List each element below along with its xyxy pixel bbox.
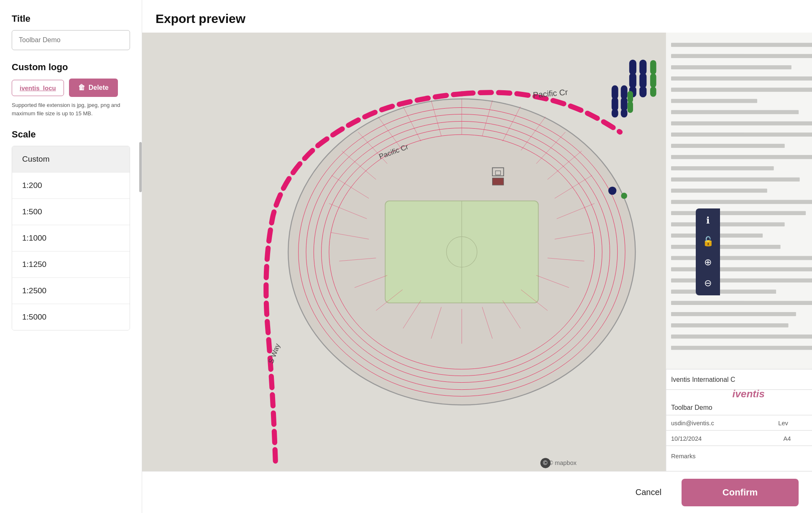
custom-logo-section: Custom logo iventis_locu 🗑 Delete Suppor… (12, 62, 130, 117)
svg-rect-67 (671, 222, 785, 226)
svg-rect-57 (671, 110, 799, 114)
title-label: Title (12, 13, 130, 24)
svg-rect-58 (671, 121, 812, 125)
svg-point-48 (608, 187, 617, 195)
svg-text:Lev: Lev (778, 420, 788, 427)
right-panel: Export preview (142, 0, 812, 513)
map-controls-sidebar: ℹ🔓⊕⊖ (696, 208, 720, 295)
svg-rect-53 (671, 65, 792, 69)
logo-filename-button[interactable]: iventis_locu (12, 80, 64, 96)
scale-label: Scale (12, 129, 130, 140)
svg-rect-69 (671, 245, 781, 249)
scale-item[interactable]: 1:500 (12, 199, 130, 225)
bottom-bar: Cancel Confirm (142, 471, 812, 513)
trash-icon: 🗑 (78, 84, 85, 92)
svg-text:Toolbar Demo: Toolbar Demo (671, 404, 712, 411)
svg-rect-55 (671, 88, 812, 92)
scale-list: Custom1:2001:5001:10001:12501:25001:5000 (12, 146, 130, 330)
scale-section: Scale Custom1:2001:5001:10001:12501:2500… (12, 129, 130, 330)
left-panel: Title Custom logo iventis_locu 🗑 Delete … (0, 0, 142, 513)
svg-rect-77 (671, 335, 812, 339)
scale-item[interactable]: 1:2500 (12, 278, 130, 304)
svg-text:©: © (543, 460, 548, 466)
svg-rect-72 (671, 278, 812, 282)
scale-item[interactable]: 1:1000 (12, 225, 130, 251)
svg-rect-73 (671, 290, 776, 294)
svg-rect-94 (493, 178, 504, 185)
delete-button[interactable]: 🗑 Delete (69, 79, 118, 97)
export-title: Export preview (142, 0, 812, 33)
scale-item[interactable]: 1:5000 (12, 304, 130, 330)
svg-rect-76 (671, 323, 789, 328)
svg-rect-62 (671, 166, 774, 170)
svg-rect-65 (671, 200, 812, 204)
scale-item[interactable]: Custom (12, 146, 130, 173)
svg-rect-75 (671, 312, 796, 316)
cancel-button[interactable]: Cancel (626, 483, 672, 502)
svg-rect-59 (671, 132, 812, 137)
svg-rect-70 (671, 256, 812, 260)
svg-rect-63 (671, 178, 800, 182)
svg-text:Remarks: Remarks (671, 453, 696, 460)
scale-item[interactable]: 1:1250 (12, 251, 130, 278)
svg-rect-60 (671, 144, 785, 148)
svg-rect-74 (671, 301, 812, 305)
info-icon[interactable]: ℹ (698, 211, 718, 230)
scale-item[interactable]: 1:200 (12, 173, 130, 199)
main-container: Title Custom logo iventis_locu 🗑 Delete … (0, 0, 812, 513)
svg-rect-52 (671, 54, 812, 58)
confirm-button[interactable]: Confirm (682, 479, 799, 506)
svg-rect-78 (671, 346, 812, 350)
scroll-indicator (139, 142, 142, 192)
svg-text:10/12/2024: 10/12/2024 (671, 435, 702, 442)
svg-rect-66 (671, 211, 806, 215)
svg-text:A4: A4 (784, 435, 791, 442)
logo-row: iventis_locu 🗑 Delete (12, 79, 130, 97)
custom-logo-label: Custom logo (12, 62, 130, 73)
zoom-out-icon[interactable]: ⊖ (698, 274, 718, 293)
svg-rect-51 (671, 43, 812, 47)
svg-rect-61 (671, 155, 812, 159)
svg-point-49 (621, 193, 627, 199)
map-container: Pacific Cr Pacific Cr S Way (142, 33, 812, 471)
svg-text:© mapbox: © mapbox (549, 460, 577, 466)
svg-text:usdin@iventis.c: usdin@iventis.c (671, 420, 714, 427)
preview-area: Pacific Cr Pacific Cr S Way (142, 33, 812, 471)
file-hint: Supported file extension is jpg, jpeg, p… (12, 101, 130, 117)
svg-rect-71 (671, 267, 812, 272)
lock-icon[interactable]: 🔓 (698, 232, 718, 251)
svg-rect-56 (671, 99, 757, 103)
svg-text:Iventis International C: Iventis International C (671, 376, 735, 383)
zoom-in-icon[interactable]: ⊕ (698, 253, 718, 272)
delete-label: Delete (89, 84, 109, 91)
title-input[interactable] (12, 30, 130, 50)
svg-rect-64 (671, 189, 767, 193)
svg-rect-54 (671, 76, 812, 81)
